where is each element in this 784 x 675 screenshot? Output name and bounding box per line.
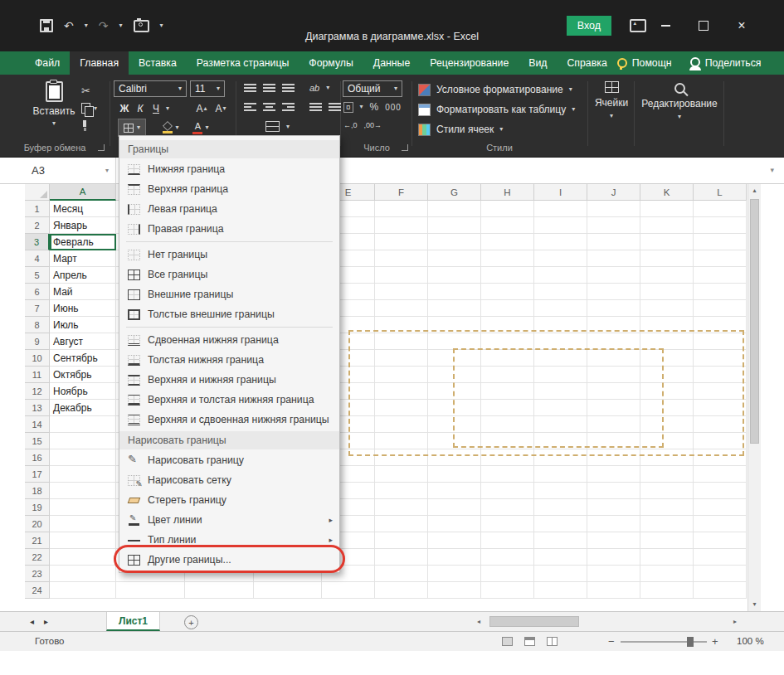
cell-F4[interactable] (375, 250, 428, 267)
undo-icon[interactable]: ↶ (64, 20, 74, 32)
row-header-3[interactable]: 3 (25, 234, 50, 250)
row-header-2[interactable]: 2 (25, 217, 50, 234)
increase-decimal-icon[interactable]: ←,0 (343, 121, 358, 129)
cell-A22[interactable] (50, 549, 116, 566)
tab-Вид[interactable]: Вид (519, 51, 557, 75)
menu-item[interactable]: Верхняя и толстая нижняя граница (119, 390, 339, 410)
cell-K24[interactable] (640, 582, 694, 599)
cell-K13[interactable] (640, 400, 694, 416)
cell-F12[interactable] (375, 383, 428, 400)
cell-I6[interactable] (534, 284, 587, 300)
cell-L22[interactable] (694, 549, 747, 566)
decrease-decimal-icon[interactable]: ,00→ (364, 121, 382, 129)
qat-customize-icon[interactable]: ▾ (160, 22, 163, 29)
column-header-A[interactable]: A (50, 184, 116, 201)
cell-H20[interactable] (481, 516, 534, 532)
cell-H1[interactable] (481, 201, 534, 217)
cell-L7[interactable] (694, 300, 747, 317)
row-header-19[interactable]: 19 (25, 499, 50, 516)
row-header-9[interactable]: 9 (25, 333, 50, 350)
menu-item[interactable]: Нет границы (119, 245, 339, 265)
row-header-6[interactable]: 6 (25, 284, 50, 300)
cell-I20[interactable] (534, 516, 587, 532)
row-header-22[interactable]: 22 (25, 549, 50, 566)
cell-F10[interactable] (375, 350, 428, 367)
cell-A10[interactable]: Сентябрь (50, 350, 116, 367)
menu-item[interactable]: Толстые внешние границы (119, 304, 339, 324)
cell-A18[interactable] (50, 483, 116, 499)
cell-G20[interactable] (428, 516, 481, 532)
cell-L8[interactable] (694, 317, 747, 333)
cell-H13[interactable] (481, 400, 534, 416)
increase-font-icon[interactable]: А▴ (193, 100, 210, 116)
menu-item[interactable]: Верхняя и сдвоенная нижняя границы (119, 410, 339, 430)
cell-J10[interactable] (587, 350, 640, 367)
column-header-F[interactable]: F (375, 184, 428, 201)
cell-F13[interactable] (375, 400, 428, 416)
cell-D24[interactable] (254, 582, 322, 599)
menu-item[interactable]: Внешние границы (119, 284, 339, 304)
fill-color-button[interactable]: ▾ (158, 119, 184, 137)
add-sheet-button[interactable]: + (184, 615, 198, 629)
cell-J17[interactable] (587, 466, 640, 483)
cell-H11[interactable] (481, 367, 534, 383)
bold-button[interactable]: Ж (118, 100, 131, 116)
decrease-indent-icon[interactable] (309, 101, 322, 113)
undo-dropdown-icon[interactable]: ▾ (85, 22, 88, 29)
cell-I18[interactable] (534, 483, 587, 499)
number-format-combo[interactable]: Общий▾ (343, 80, 402, 97)
row-header-15[interactable]: 15 (25, 433, 50, 449)
cell-G11[interactable] (428, 367, 481, 383)
menu-item[interactable]: Цвет линии▸ (119, 510, 339, 530)
cell-L12[interactable] (694, 383, 747, 400)
increase-indent-icon[interactable] (329, 101, 341, 113)
cell-F5[interactable] (375, 267, 428, 284)
cell-G22[interactable] (428, 549, 481, 566)
cell-A1[interactable]: Месяц (50, 201, 116, 217)
share-button[interactable]: Поделиться (690, 57, 762, 70)
cell-I19[interactable] (534, 499, 587, 516)
menu-item[interactable]: Другие границы... (119, 550, 339, 570)
cell-H8[interactable] (481, 317, 534, 333)
cell-J18[interactable] (587, 483, 640, 499)
row-header-8[interactable]: 8 (25, 317, 50, 333)
zoom-slider-track[interactable] (621, 641, 707, 643)
row-header-10[interactable]: 10 (25, 350, 50, 367)
cell-H9[interactable] (481, 333, 534, 350)
cell-I1[interactable] (534, 201, 587, 217)
menu-item[interactable]: Верхняя и нижняя границы (119, 370, 339, 390)
cell-K17[interactable] (640, 466, 694, 483)
tab-Данные[interactable]: Данные (363, 51, 420, 75)
column-header-L[interactable]: L (694, 184, 747, 201)
row-header-21[interactable]: 21 (25, 532, 50, 549)
scroll-left-icon[interactable]: ◂ (473, 614, 485, 629)
cell-K19[interactable] (640, 499, 694, 516)
sign-in-button[interactable]: Вход (567, 16, 611, 36)
cell-L5[interactable] (694, 267, 747, 284)
cell-G2[interactable] (428, 217, 481, 234)
comma-style-button[interactable]: 000 (385, 103, 402, 112)
cell-I15[interactable] (534, 433, 587, 449)
row-header-17[interactable]: 17 (25, 466, 50, 483)
cell-F21[interactable] (375, 532, 428, 549)
cell-L18[interactable] (694, 483, 747, 499)
formula-bar-expand-icon[interactable]: ▾ (770, 166, 774, 174)
cell-J2[interactable] (587, 217, 640, 234)
cell-A7[interactable]: Июнь (50, 300, 116, 317)
row-header-24[interactable]: 24 (25, 582, 50, 599)
cell-K12[interactable] (640, 383, 694, 400)
cell-L20[interactable] (694, 516, 747, 532)
horizontal-scrollbar[interactable]: ◂ ▸ (473, 614, 741, 629)
cell-G21[interactable] (428, 532, 481, 549)
cell-I2[interactable] (534, 217, 587, 234)
cell-F8[interactable] (375, 317, 428, 333)
minimize-button[interactable] (646, 0, 684, 51)
cell-G1[interactable] (428, 201, 481, 217)
cell-H4[interactable] (481, 250, 534, 267)
column-header-H[interactable]: H (481, 184, 534, 201)
cell-G8[interactable] (428, 317, 481, 333)
cell-H16[interactable] (481, 449, 534, 466)
cell-F2[interactable] (375, 217, 428, 234)
zoom-out-icon[interactable]: − (608, 635, 615, 648)
cell-F16[interactable] (375, 449, 428, 466)
